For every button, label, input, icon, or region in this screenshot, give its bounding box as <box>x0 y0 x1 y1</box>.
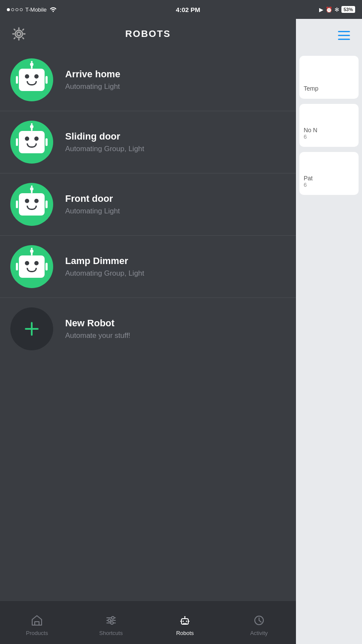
nav-item-activity[interactable]: Activity <box>222 609 296 636</box>
home-icon <box>30 614 44 627</box>
robot-avatar-1 <box>10 58 53 101</box>
robot-eye-r2 <box>34 137 39 141</box>
robot-eye-r1 <box>34 74 39 79</box>
svg-point-12 <box>183 620 184 622</box>
right-card-1[interactable]: Temp <box>299 56 359 99</box>
signal-dots <box>7 8 23 11</box>
right-cards: Temp No N 6 Pat 6 <box>296 56 362 195</box>
card-label-2: No N <box>304 127 354 134</box>
svg-rect-4 <box>35 622 39 625</box>
svg-point-1 <box>15 30 23 38</box>
robot-list: Arrive home Automating Light <box>0 49 296 360</box>
header: ROBOTS <box>0 19 296 49</box>
alarm-icon: ⏰ <box>326 6 332 13</box>
robot-eyes-1 <box>25 74 39 79</box>
robot-mouth-1 <box>27 81 37 85</box>
dot-1 <box>7 8 10 11</box>
page-title: ROBOTS <box>27 28 286 39</box>
robot-face-4 <box>19 255 45 278</box>
clock-icon <box>252 614 266 627</box>
nav-label-activity: Activity <box>250 630 268 636</box>
robot-ear-left-2 <box>16 138 18 146</box>
hamburger-line-3 <box>338 39 350 40</box>
card-label-1: Temp <box>304 85 354 92</box>
nav-item-shortcuts[interactable]: Shortcuts <box>74 609 148 636</box>
right-card-2[interactable]: No N 6 <box>299 104 359 147</box>
robot-nav-icon <box>178 614 192 627</box>
robot-ear-right-1 <box>45 76 48 84</box>
carrier-label: T-Mobile <box>25 6 47 13</box>
location-icon: ▶ <box>319 6 323 13</box>
robot-ear-right-2 <box>45 138 48 146</box>
hamburger-line-2 <box>338 35 350 36</box>
wifi-icon <box>49 6 57 13</box>
robot-name-3: Front door <box>65 193 286 204</box>
bluetooth-icon: ✻ <box>335 6 339 13</box>
nav-label-shortcuts: Shortcuts <box>99 630 123 636</box>
new-robot-name: New Robot <box>65 318 286 329</box>
svg-line-20 <box>259 620 261 622</box>
svg-point-8 <box>112 617 114 619</box>
robot-eye-l1 <box>25 74 29 79</box>
robot-name-4: Lamp Dimmer <box>65 255 286 267</box>
robot-item-1[interactable]: Arrive home Automating Light <box>0 49 296 111</box>
svg-point-10 <box>111 622 113 624</box>
robot-info-2: Sliding door Automating Group, Light <box>65 131 286 153</box>
hamburger-button[interactable] <box>335 26 353 45</box>
status-bar: T-Mobile 4:02 PM ▶ ⏰ ✻ 53% <box>0 0 362 19</box>
robot-eye-l4 <box>25 261 29 265</box>
card-value-2: 6 <box>304 134 354 140</box>
svg-point-15 <box>184 616 186 617</box>
status-time: 4:02 PM <box>57 6 319 13</box>
robot-item-3[interactable]: Front door Automating Light <box>0 173 296 236</box>
new-robot-info: New Robot Automate your stuff! <box>65 318 286 340</box>
svg-point-13 <box>186 620 187 622</box>
status-left: T-Mobile <box>7 6 57 13</box>
robot-name-2: Sliding door <box>65 131 286 142</box>
dot-2 <box>11 8 14 11</box>
robot-eyes-3 <box>25 199 39 203</box>
svg-point-9 <box>108 619 111 622</box>
sliders-icon <box>104 614 118 627</box>
dot-4 <box>20 8 23 11</box>
robot-mouth-4 <box>27 268 37 272</box>
robot-avatar-3 <box>10 183 53 226</box>
battery-indicator: 53% <box>341 6 355 13</box>
robot-name-1: Arrive home <box>65 69 286 80</box>
robot-info-1: Arrive home Automating Light <box>65 69 286 91</box>
nav-item-products[interactable]: Products <box>0 609 74 636</box>
main-panel: ROBOTS Arrive home Aut <box>0 0 296 644</box>
new-robot-item[interactable]: New Robot Automate your stuff! <box>0 298 296 360</box>
robot-ear-left-4 <box>16 263 18 270</box>
hamburger-line-1 <box>338 31 350 32</box>
robot-item-2[interactable]: Sliding door Automating Group, Light <box>0 111 296 173</box>
robot-eyes-4 <box>25 261 39 265</box>
robot-eye-l3 <box>25 199 29 203</box>
robot-ear-left-1 <box>16 76 18 84</box>
nav-label-products: Products <box>26 630 48 636</box>
robot-ear-right-4 <box>45 263 48 270</box>
new-robot-subtitle: Automate your stuff! <box>65 331 286 340</box>
new-robot-avatar <box>10 307 53 350</box>
nav-label-robots: Robots <box>176 630 194 636</box>
settings-button[interactable] <box>10 25 27 43</box>
robot-item-4[interactable]: Lamp Dimmer Automating Group, Light <box>0 236 296 298</box>
robot-face-3 <box>19 193 45 216</box>
robot-eye-r3 <box>34 199 39 203</box>
robot-subtitle-1: Automating Light <box>65 82 286 91</box>
robot-subtitle-4: Automating Group, Light <box>65 269 286 278</box>
robot-avatar-2 <box>10 121 53 164</box>
card-value-3: 6 <box>304 182 354 188</box>
robot-eye-r4 <box>34 261 39 265</box>
dot-3 <box>15 8 18 11</box>
plus-icon <box>21 318 42 340</box>
nav-item-robots[interactable]: Robots <box>148 609 222 636</box>
robot-ear-left-3 <box>16 200 18 208</box>
robot-eyes-2 <box>25 137 39 141</box>
robot-ear-right-3 <box>45 200 48 208</box>
right-card-3[interactable]: Pat 6 <box>299 152 359 195</box>
robot-info-3: Front door Automating Light <box>65 193 286 216</box>
robot-subtitle-2: Automating Group, Light <box>65 145 286 153</box>
bottom-nav: Products Shortcuts <box>0 601 296 644</box>
robot-face-1 <box>19 69 45 91</box>
